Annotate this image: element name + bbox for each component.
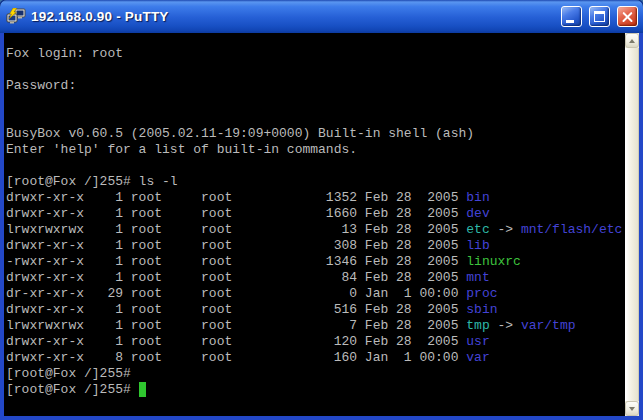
scroll-up-icon	[629, 39, 635, 43]
terminal-text-segment: lrwxrwxrwx 1 root root 7 Feb 28 2005	[6, 318, 466, 333]
terminal-text-segment: var	[466, 350, 489, 365]
minimize-icon	[566, 20, 574, 23]
terminal-lines: Fox login: rootPassword:BusyBox v0.60.5 …	[6, 46, 625, 398]
terminal-text-segment: etc	[466, 222, 489, 237]
terminal-text-segment: drwxr-xr-x 1 root root 308 Feb 28 2005	[6, 238, 466, 253]
scroll-down-icon	[629, 407, 635, 411]
terminal-text-segment: bin	[466, 190, 489, 205]
window-body: Fox login: rootPassword:BusyBox v0.60.5 …	[0, 33, 643, 420]
terminal-text-segment: [root@Fox /]255#	[6, 366, 131, 381]
terminal-line: lrwxrwxrwx 1 root root 13 Feb 28 2005 et…	[6, 222, 625, 238]
terminal-text-segment: [root@Fox /]255# ls -l	[6, 174, 178, 189]
terminal-text-segment: lrwxrwxrwx 1 root root 13 Feb 28 2005	[6, 222, 466, 237]
terminal-cursor	[139, 382, 147, 397]
terminal-text-segment: Password:	[6, 78, 76, 93]
titlebar[interactable]: 192.168.0.90 - PuTTY	[0, 0, 643, 33]
putty-window: 192.168.0.90 - PuTTY Fox login: rootPass…	[0, 0, 643, 420]
terminal-text-segment: proc	[466, 286, 497, 301]
terminal-line: drwxr-xr-x 1 root root 516 Feb 28 2005 s…	[6, 302, 625, 318]
terminal-line	[6, 94, 625, 110]
terminal-text-segment: drwxr-xr-x 1 root root 1660 Feb 28 2005	[6, 206, 466, 221]
terminal-text-segment: usr	[466, 334, 489, 349]
terminal-text-segment: -rwxr-xr-x 1 root root 1346 Feb 28 2005	[6, 254, 466, 269]
window-title: 192.168.0.90 - PuTTY	[31, 9, 554, 24]
terminal-line: BusyBox v0.60.5 (2005.02.11-19:09+0000) …	[6, 126, 625, 142]
terminal-text-segment: mnt/flash/etc	[521, 222, 622, 237]
terminal-text-segment: linuxrc	[466, 254, 521, 269]
terminal-line: drwxr-xr-x 1 root root 120 Feb 28 2005 u…	[6, 334, 625, 350]
terminal-line: Enter 'help' for a list of built-in comm…	[6, 142, 625, 158]
terminal-text-segment: Fox login: root	[6, 46, 123, 61]
putty-app-icon[interactable]	[6, 8, 26, 25]
terminal-text-segment: mnt	[466, 270, 489, 285]
terminal-line: Fox login: root	[6, 46, 625, 62]
terminal-line: drwxr-xr-x 1 root root 1660 Feb 28 2005 …	[6, 206, 625, 222]
terminal-text-segment: drwxr-xr-x 8 root root 160 Jan 1 00:00	[6, 350, 466, 365]
terminal-line: drwxr-xr-x 1 root root 84 Feb 28 2005 mn…	[6, 270, 625, 286]
scrollbar[interactable]	[625, 33, 639, 416]
maximize-button[interactable]	[589, 6, 610, 27]
terminal-text-segment: drwxr-xr-x 1 root root 516 Feb 28 2005	[6, 302, 466, 317]
terminal-line: drwxr-xr-x 1 root root 308 Feb 28 2005 l…	[6, 238, 625, 254]
minimize-button[interactable]	[561, 6, 582, 27]
terminal-text-segment: Enter 'help' for a list of built-in comm…	[6, 142, 357, 157]
scroll-up-button[interactable]	[625, 33, 639, 48]
terminal-text-segment: BusyBox v0.60.5 (2005.02.11-19:09+0000) …	[6, 126, 474, 141]
terminal-text-segment: ->	[490, 318, 521, 333]
terminal-line: Password:	[6, 78, 625, 94]
terminal-text-segment: drwxr-xr-x 1 root root 1352 Feb 28 2005	[6, 190, 466, 205]
terminal-text-segment: sbin	[466, 302, 497, 317]
terminal-text-segment: lib	[466, 238, 489, 253]
close-button[interactable]	[617, 6, 638, 27]
terminal-text-segment: [root@Fox /]255#	[6, 382, 139, 397]
terminal-line: lrwxrwxrwx 1 root root 7 Feb 28 2005 tmp…	[6, 318, 625, 334]
terminal-line: -rwxr-xr-x 1 root root 1346 Feb 28 2005 …	[6, 254, 625, 270]
terminal-screen[interactable]: Fox login: rootPassword:BusyBox v0.60.5 …	[4, 33, 625, 416]
terminal-line	[6, 158, 625, 174]
terminal-text-segment: drwxr-xr-x 1 root root 120 Feb 28 2005	[6, 334, 466, 349]
terminal-text-segment: tmp	[466, 318, 489, 333]
terminal-line: dr-xr-xr-x 29 root root 0 Jan 1 00:00 pr…	[6, 286, 625, 302]
terminal-text-segment: ->	[490, 222, 521, 237]
terminal-text-segment: drwxr-xr-x 1 root root 84 Feb 28 2005	[6, 270, 466, 285]
terminal-line: [root@Fox /]255#	[6, 366, 625, 382]
terminal-line: drwxr-xr-x 1 root root 1352 Feb 28 2005 …	[6, 190, 625, 206]
terminal-text-segment: dev	[466, 206, 489, 221]
scrollbar-thumb[interactable]	[625, 48, 639, 401]
terminal-line: drwxr-xr-x 8 root root 160 Jan 1 00:00 v…	[6, 350, 625, 366]
terminal-text-segment: var/tmp	[521, 318, 576, 333]
scroll-down-button[interactable]	[625, 401, 639, 416]
terminal-text-segment: dr-xr-xr-x 29 root root 0 Jan 1 00:00	[6, 286, 466, 301]
maximize-icon	[594, 11, 605, 22]
terminal-line: [root@Fox /]255#	[6, 382, 625, 398]
terminal-line	[6, 110, 625, 126]
terminal-line: [root@Fox /]255# ls -l	[6, 174, 625, 190]
terminal-line	[6, 62, 625, 78]
